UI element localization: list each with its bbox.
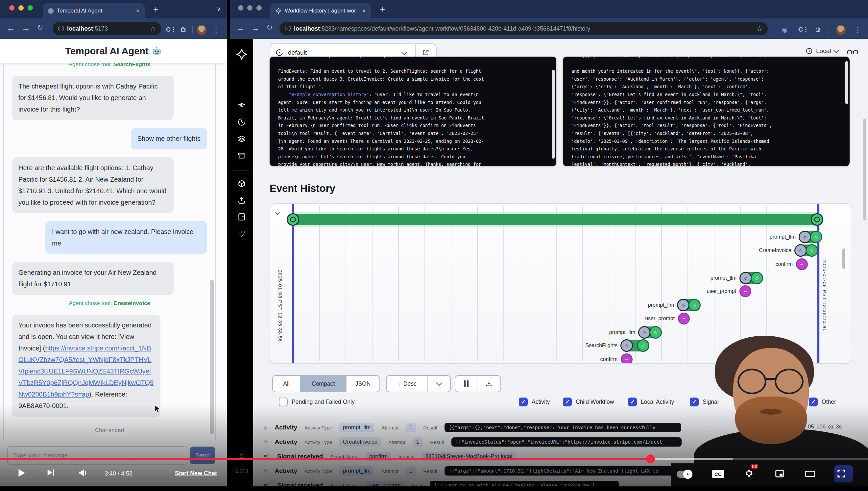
profile-avatar[interactable] bbox=[197, 25, 207, 35]
page-scrollbar[interactable] bbox=[863, 118, 866, 221]
profile-avatar[interactable] bbox=[836, 25, 846, 35]
event-row-activity[interactable]: ◇ActivityActivity Typeprompt_llmAttempt1… bbox=[264, 421, 681, 434]
start-new-chat-link[interactable]: Start New Chat bbox=[175, 470, 217, 477]
feedback-heart-icon[interactable]: ♡ bbox=[230, 229, 253, 239]
code-scrollbar[interactable] bbox=[845, 61, 848, 104]
next-video-icon[interactable] bbox=[45, 467, 56, 479]
password-manager-icon[interactable]: ◉ bbox=[782, 26, 787, 34]
checkbox-checked[interactable]: ✓ bbox=[563, 398, 572, 406]
result-payload-code[interactable]: None}}, {'actor': 'agent', 'response': {… bbox=[563, 57, 849, 166]
view-json-button[interactable]: JSON bbox=[346, 376, 379, 392]
view-compact-button[interactable]: Compact bbox=[300, 376, 346, 392]
activity-marker[interactable]: ◇◇ bbox=[799, 231, 822, 243]
activity-marker[interactable]: ◇◇ bbox=[639, 326, 661, 338]
collapse-chevron-icon[interactable] bbox=[274, 210, 281, 216]
sort-chevron-button[interactable] bbox=[428, 376, 450, 392]
invoice-link[interactable]: https://invoice.stripe.com/i/acct_1NBOLu… bbox=[19, 345, 154, 398]
new-tab-button[interactable]: + bbox=[153, 5, 158, 13]
site-info-icon[interactable]: ⓘ bbox=[285, 25, 291, 33]
tab-workflow-history[interactable]: Workflow History | agent-wor × bbox=[270, 3, 371, 19]
workflow-start-marker[interactable] bbox=[287, 213, 299, 226]
play-icon[interactable] bbox=[16, 467, 27, 480]
traffic-lights-inactive[interactable] bbox=[238, 5, 262, 10]
chat-scrollbar[interactable] bbox=[210, 280, 214, 434]
browser-menu-icon[interactable]: ⋮ bbox=[854, 26, 861, 34]
labs-glasses-icon[interactable] bbox=[847, 48, 858, 56]
signal-marker[interactable]: •• bbox=[621, 353, 632, 364]
external-link-icon[interactable] bbox=[422, 49, 429, 56]
timeline-scrollbar[interactable] bbox=[842, 249, 845, 269]
activity-marker[interactable]: ◇◇ bbox=[795, 244, 818, 256]
forward-icon[interactable]: → bbox=[22, 23, 30, 33]
zoom-window-icon[interactable] bbox=[256, 5, 262, 10]
view-all-button[interactable]: All bbox=[273, 376, 300, 392]
close-window-icon[interactable] bbox=[9, 5, 14, 10]
close-tab-icon[interactable]: × bbox=[136, 7, 140, 15]
download-button[interactable] bbox=[477, 376, 500, 392]
settings-gear-icon[interactable]: HD bbox=[744, 468, 754, 480]
timezone-select[interactable]: Local bbox=[806, 48, 838, 55]
event-row-activity[interactable]: ◇ActivityActivity TypeCreateInvoiceAttem… bbox=[264, 435, 682, 449]
extension-c-icon[interactable]: C⋮ bbox=[166, 26, 177, 33]
temporal-logo-icon[interactable] bbox=[230, 49, 253, 60]
expand-diamond-icon[interactable]: ◇ bbox=[264, 439, 268, 445]
task-queues-layers-icon[interactable] bbox=[230, 134, 253, 143]
traffic-lights[interactable] bbox=[9, 5, 33, 10]
pause-button[interactable] bbox=[455, 376, 477, 392]
signal-marker[interactable]: •• bbox=[796, 258, 808, 270]
browser-menu-icon[interactable]: ⋮ bbox=[212, 26, 220, 34]
checkbox-unchecked[interactable] bbox=[279, 398, 288, 406]
minimize-window-icon[interactable] bbox=[19, 5, 24, 10]
miniplayer-icon[interactable] bbox=[775, 469, 784, 480]
theater-mode-icon[interactable] bbox=[805, 470, 815, 479]
site-info-icon[interactable]: ⓘ bbox=[58, 25, 64, 33]
address-bar[interactable]: ⓘ localhost:5173 ☆ bbox=[53, 22, 161, 35]
forward-icon[interactable]: → bbox=[251, 23, 260, 33]
signal-marker[interactable]: •• bbox=[739, 285, 751, 297]
workflows-eye-icon[interactable] bbox=[230, 101, 253, 109]
pending-failed-filter[interactable]: Pending and Failed Only bbox=[279, 398, 355, 406]
batch-archive-icon[interactable] bbox=[230, 151, 253, 160]
nexus-cube-icon[interactable] bbox=[230, 180, 253, 188]
extension-c-icon[interactable]: C⋮ bbox=[798, 26, 809, 33]
share-upload-icon[interactable] bbox=[230, 196, 253, 205]
checkbox-checked[interactable]: ✓ bbox=[519, 398, 528, 406]
docs-book-icon[interactable] bbox=[230, 212, 253, 221]
workflow-duration-bar[interactable] bbox=[292, 214, 817, 225]
schedules-clock-icon[interactable] bbox=[230, 118, 253, 126]
captions-button[interactable]: CC bbox=[712, 470, 724, 478]
workflow-end-marker[interactable] bbox=[811, 213, 823, 226]
code-scrollbar[interactable] bbox=[552, 70, 555, 158]
extensions-puzzle-icon[interactable] bbox=[180, 26, 187, 34]
input-payload-code[interactable]: "description": "Help the user gather arg… bbox=[270, 57, 556, 166]
fullscreen-icon[interactable] bbox=[836, 469, 846, 480]
reload-icon[interactable]: ↻ bbox=[266, 23, 273, 32]
bookmark-star-icon[interactable]: ☆ bbox=[150, 25, 156, 33]
autoplay-toggle[interactable] bbox=[677, 470, 692, 479]
back-icon[interactable]: ← bbox=[7, 23, 15, 33]
activity-marker[interactable]: ◇◇ bbox=[740, 272, 763, 284]
sort-desc-button[interactable]: ↓Desc bbox=[386, 376, 428, 392]
checkbox-checked[interactable]: ✓ bbox=[628, 398, 637, 406]
expand-diamond-icon[interactable]: ◇ bbox=[264, 425, 268, 430]
bookmark-star-icon[interactable]: ☆ bbox=[756, 25, 763, 33]
tab-overflow-chevron-icon[interactable]: ∨ bbox=[217, 5, 221, 12]
minimize-window-icon[interactable] bbox=[247, 5, 252, 10]
reload-icon[interactable]: ↻ bbox=[37, 23, 43, 32]
address-bar[interactable]: ⓘ localhost:8233/namespaces/default/work… bbox=[279, 22, 768, 35]
volume-icon[interactable] bbox=[78, 468, 88, 480]
video-progress-bar[interactable] bbox=[0, 458, 868, 460]
activity-marker[interactable]: ◇◇ bbox=[677, 299, 700, 311]
new-tab-button[interactable]: + bbox=[380, 5, 385, 13]
filter-child-workflow[interactable]: ✓Child Workflow bbox=[563, 398, 614, 406]
back-icon[interactable]: ← bbox=[236, 23, 245, 33]
extensions-puzzle-icon[interactable] bbox=[815, 26, 821, 34]
zoom-window-icon[interactable] bbox=[28, 5, 33, 10]
close-tab-icon[interactable]: × bbox=[362, 7, 366, 15]
tab-temporal-ai-agent[interactable]: Temporal AI Agent × bbox=[43, 3, 145, 19]
signal-marker[interactable]: •• bbox=[678, 313, 690, 324]
close-window-icon[interactable] bbox=[238, 5, 243, 10]
filter-local-activity[interactable]: ✓Local Activity bbox=[628, 398, 674, 406]
filter-activity[interactable]: ✓Activity bbox=[519, 398, 550, 406]
activity-marker[interactable]: ◇◇ bbox=[621, 340, 649, 351]
